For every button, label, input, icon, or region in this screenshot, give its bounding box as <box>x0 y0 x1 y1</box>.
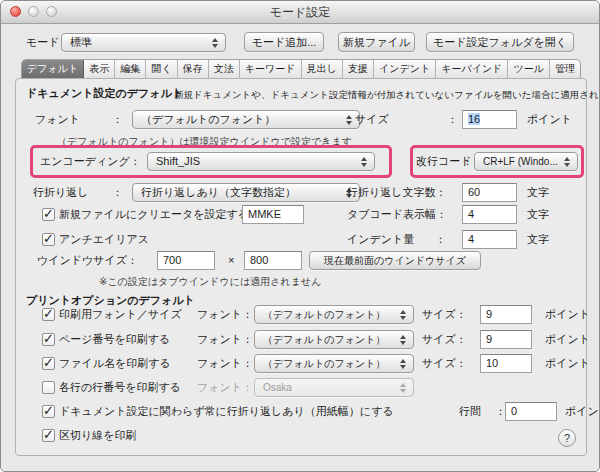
newline-colon: ： <box>462 152 473 171</box>
tab-manage[interactable]: 管理 <box>550 60 580 78</box>
popup-arrows-icon <box>400 333 407 347</box>
creator-checkbox[interactable] <box>42 208 55 221</box>
tab-keybind[interactable]: キーバインド <box>436 60 508 78</box>
size-unit: ポイント <box>527 110 572 129</box>
window-size-times: × <box>228 251 234 270</box>
print-row-size-field[interactable]: 10 <box>480 354 532 373</box>
doc-section-title: ドキュメント設定のデフォルト <box>26 84 183 103</box>
tab-width-unit: 文字 <box>527 205 549 224</box>
newline-popup-value: CR+LF (Windo... <box>483 156 558 167</box>
tab-syntax[interactable]: 文法 <box>209 60 240 78</box>
print-separator-checkbox[interactable] <box>42 429 55 442</box>
line-spacing-unit: ポイント <box>565 402 600 421</box>
encoding-popup[interactable]: Shift_JIS <box>147 152 375 171</box>
encoding-label: エンコーディング： <box>40 152 141 171</box>
tab-default[interactable]: デフォルト <box>22 60 84 78</box>
default-tab-pane: ドキュメント設定のデフォルト 新規ドキュメントや、ドキュメント設定情報が付加され… <box>15 78 587 456</box>
print-row-font-popup[interactable]: （デフォルトのフォント） <box>254 354 414 373</box>
popup-arrows-icon <box>212 36 219 50</box>
popup-arrows-icon <box>564 155 571 169</box>
wrap-colon: ： <box>112 183 123 202</box>
doc-section-note: 新規ドキュメントや、ドキュメント設定情報が付加されていないファイルを開いた場合に… <box>174 85 600 104</box>
wrap-popup[interactable]: 行折り返しあり（文字数指定） <box>132 183 360 202</box>
encoding-popup-value: Shift_JIS <box>156 155 200 167</box>
indent-colon: ： <box>435 230 446 249</box>
print-page-number-checkbox[interactable] <box>42 333 55 346</box>
print-font-size-checkbox[interactable] <box>42 308 55 321</box>
creator-field[interactable]: MMKE <box>242 205 304 224</box>
traffic-lights <box>10 6 57 17</box>
mode-popup[interactable]: 標準 <box>61 33 226 52</box>
tab-width-label: タブコード表示幅： <box>347 205 447 224</box>
print-row-font-label: フォント： <box>197 354 253 373</box>
new-file-button[interactable]: 新規ファイル <box>338 32 415 52</box>
print-row-font-value: （デフォルトのフォント） <box>263 334 385 345</box>
open-mode-folder-button[interactable]: モード設定フォルダを開く <box>426 32 574 52</box>
add-mode-button[interactable]: モード追加... <box>244 32 324 52</box>
print-row-size-unit: ポイント <box>545 330 590 349</box>
tab-keyword[interactable]: キーワード <box>240 60 302 78</box>
font-popup[interactable]: （デフォルトのフォント） <box>132 110 360 129</box>
font-colon: ： <box>112 110 123 129</box>
tab-heading[interactable]: 見出し <box>302 60 343 78</box>
print-row-font-popup[interactable]: （デフォルトのフォント） <box>254 305 414 324</box>
print-row-font-value: （デフォルトのフォント） <box>263 309 385 320</box>
popup-arrows-icon <box>361 155 368 169</box>
tab-display[interactable]: 表示 <box>84 60 115 78</box>
titlebar: モード設定 <box>1 1 599 24</box>
print-line-number-checkbox[interactable] <box>42 381 55 394</box>
line-spacing-label: 行間 <box>459 402 481 421</box>
print-row-font-popup: Osaka <box>254 378 414 397</box>
window-size-label: ウインドウサイズ： <box>37 251 138 270</box>
tab-indent[interactable]: インデント <box>374 60 436 78</box>
print-row-label: 区切り線を印刷 <box>59 426 137 445</box>
font-label: フォント <box>35 110 80 129</box>
print-row-size-unit: ポイント <box>545 354 590 373</box>
print-row-font-popup[interactable]: （デフォルトのフォント） <box>254 330 414 349</box>
popup-arrows-icon <box>400 357 407 371</box>
indent-unit: 文字 <box>527 230 549 249</box>
size-field[interactable]: 16 <box>462 110 517 129</box>
tab-tool[interactable]: ツール <box>508 60 550 78</box>
wrap-label: 行折り返し <box>33 183 89 202</box>
mode-settings-window: モード設定 モード： 標準 モード追加... 新規ファイル モード設定フォルダを… <box>0 0 600 472</box>
antialias-checkbox[interactable] <box>42 233 55 246</box>
tab-open[interactable]: 開く <box>146 60 177 78</box>
popup-arrows-icon <box>400 308 407 322</box>
print-row-font-value: （デフォルトのフォント） <box>263 358 385 369</box>
print-row-font-label: フォント： <box>197 305 253 324</box>
current-window-size-button[interactable]: 現在最前面のウインドウサイズ <box>309 251 481 270</box>
line-spacing-field[interactable]: 0 <box>505 402 557 421</box>
print-always-wrap-checkbox[interactable] <box>42 405 55 418</box>
tab-save[interactable]: 保存 <box>178 60 209 78</box>
print-row-label: ドキュメント設定に関わらず常に行折り返しあり（用紙幅）にする <box>59 402 394 421</box>
window-height-field[interactable]: 800 <box>244 251 302 270</box>
print-row-size-label: サイズ： <box>422 305 467 324</box>
window-width-field[interactable]: 700 <box>157 251 215 270</box>
wrap-count-label: 行折り返し文字数： <box>347 183 447 202</box>
print-row-font-label: フォント： <box>197 378 253 397</box>
tab-support[interactable]: 支援 <box>343 60 374 78</box>
newline-popup[interactable]: CR+LF (Windo... <box>474 152 578 171</box>
print-row-size-label: サイズ： <box>422 330 467 349</box>
indent-field[interactable]: 4 <box>462 230 517 249</box>
popup-arrows-icon <box>400 381 407 395</box>
tab-edit[interactable]: 編集 <box>115 60 146 78</box>
print-row-label: ページ番号を印刷する <box>59 330 170 349</box>
wrap-count-field[interactable]: 60 <box>462 183 517 202</box>
print-filename-checkbox[interactable] <box>42 357 55 370</box>
wrap-popup-value: 行折り返しあり（文字数指定） <box>141 186 296 198</box>
font-popup-value: （デフォルトのフォント） <box>141 113 276 125</box>
print-row-label: 各行の行番号を印刷する <box>59 378 181 397</box>
mode-popup-value: 標準 <box>70 36 92 48</box>
close-button[interactable] <box>10 6 21 17</box>
size-label: サイズ <box>355 110 389 129</box>
print-row-font-value: Osaka <box>263 382 292 393</box>
tab-width-field[interactable]: 4 <box>462 205 517 224</box>
creator-label: 新規ファイルにクリエータを設定する <box>59 205 249 224</box>
zoom-button <box>46 6 57 17</box>
print-row-size-field[interactable]: 9 <box>480 305 532 324</box>
indent-label: インデント量 <box>347 230 414 249</box>
print-row-size-field[interactable]: 9 <box>480 330 532 349</box>
help-button[interactable]: ? <box>558 429 576 447</box>
